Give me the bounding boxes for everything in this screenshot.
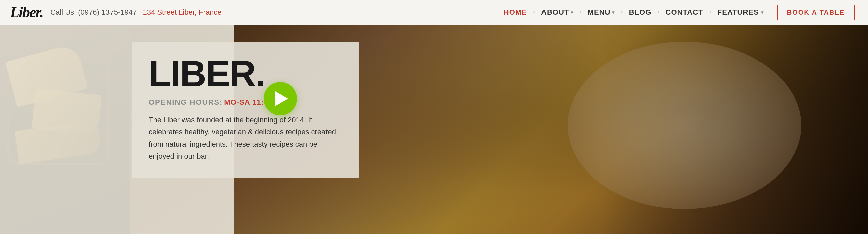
hero-section: LIBER. OPENING HOURS: MO-SA 11:00-23:00 … — [0, 25, 868, 234]
nav-item-home[interactable]: HOME — [498, 8, 533, 17]
chevron-down-icon: ▾ — [570, 10, 573, 15]
nav-item-blog[interactable]: BLOG — [623, 8, 658, 17]
hero-hours-label: OPENING HOURS: — [149, 98, 223, 106]
nav-label-menu: MENU — [588, 8, 611, 17]
hero-content-card: LIBER. OPENING HOURS: MO-SA 11:00-23:00 … — [132, 42, 359, 177]
play-video-button[interactable] — [264, 82, 297, 115]
nav-item-features[interactable]: FEATURES ▾ — [711, 8, 770, 17]
chevron-down-icon-2: ▾ — [612, 10, 615, 15]
logo-text: Liber. — [10, 4, 43, 21]
nav-label-contact: CONTACT — [666, 8, 704, 17]
address-link[interactable]: 134 Street Liber, France — [143, 8, 222, 17]
hero-title: LIBER. — [149, 55, 342, 92]
chevron-down-icon-3: ▾ — [761, 10, 764, 15]
call-label: Call Us: (0976) 1375-1947 — [51, 8, 136, 17]
nav-item-contact[interactable]: CONTACT — [660, 8, 709, 17]
plate-decoration — [567, 42, 801, 209]
logo[interactable]: Liber. — [10, 5, 43, 20]
nav-label-home: HOME — [504, 8, 527, 17]
hero-description: The Liber was founded at the beginning o… — [149, 114, 342, 163]
nav-label-about: ABOUT — [541, 8, 569, 17]
hero-hours-row: OPENING HOURS: MO-SA 11:00-23:00 — [149, 98, 342, 107]
main-nav: HOME • ABOUT ▾ • MENU ▾ • BLOG • CONTACT… — [498, 5, 855, 20]
header-left: Liber. Call Us: (0976) 1375-1947 134 Str… — [10, 5, 222, 20]
play-icon — [275, 91, 288, 106]
nav-item-about[interactable]: ABOUT ▾ — [535, 8, 579, 17]
nav-label-blog: BLOG — [629, 8, 652, 17]
site-header: Liber. Call Us: (0976) 1375-1947 134 Str… — [0, 0, 868, 25]
nav-item-menu[interactable]: MENU ▾ — [582, 8, 621, 17]
book-table-button[interactable]: BOOK A TABLE — [777, 5, 855, 20]
header-contact-info: Call Us: (0976) 1375-1947 134 Street Lib… — [51, 8, 221, 17]
nav-label-features: FEATURES — [717, 8, 759, 17]
